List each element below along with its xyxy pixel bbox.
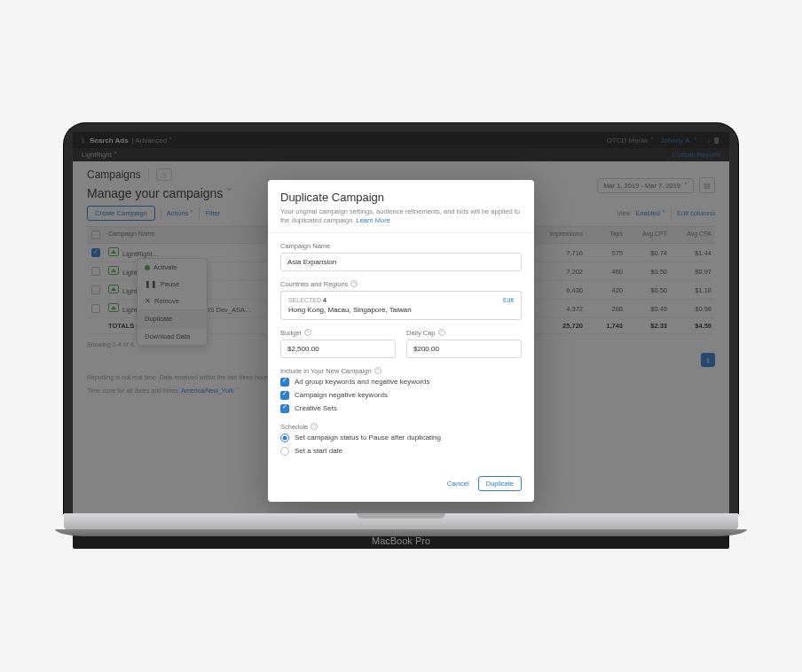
divider: | [708, 137, 710, 145]
chevron-down-icon: ˅ [169, 137, 172, 145]
section-title: Campaigns [87, 168, 141, 181]
chevron-down-icon[interactable]: ˅ [226, 186, 232, 200]
help-icon[interactable]: ? [374, 367, 381, 374]
breadcrumb-bar: LightRight ˅ Custom Reports [73, 148, 729, 161]
actions-dropdown[interactable]: Actions ˅ [167, 209, 194, 217]
select-all-checkbox[interactable] [91, 231, 100, 239]
custom-reports-link[interactable]: Custom Reports [672, 151, 720, 159]
view-enabled-dropdown[interactable]: Enabled ˅ [635, 209, 665, 217]
apple-logo-icon:  [82, 137, 84, 145]
campaign-status-icon [108, 303, 119, 312]
budget-input[interactable] [280, 340, 396, 358]
column-impressions[interactable]: Impressions [538, 227, 586, 243]
schedule-option[interactable]: Set a start date [280, 447, 522, 456]
actions-menu: Activate ❚❚Pause ✕Remove Duplicate Downl… [137, 258, 208, 346]
product-name: Search Ads [90, 137, 129, 145]
column-cpa[interactable]: Avg CPA [671, 227, 715, 243]
schedule-option[interactable]: Set campaign status to Pause after dupli… [280, 434, 522, 442]
include-label: Include in Your New Campaign? [280, 367, 522, 375]
active-dot-icon [145, 265, 150, 270]
create-campaign-button[interactable]: Create Campaign [87, 206, 155, 221]
trash-icon[interactable]: 🗑 [713, 137, 720, 145]
modal-description: Your original campaign settings, audienc… [280, 207, 522, 225]
row-checkbox[interactable] [91, 267, 100, 276]
menu-remove[interactable]: ✕Remove [138, 293, 207, 309]
global-header:  Search Ads | Advanced ˅ OTCD Media ˅ J… [73, 132, 729, 148]
include-option[interactable]: Ad group keywords and negative keywords [280, 378, 522, 387]
budget-label: Budget? [280, 329, 396, 337]
regions-box[interactable]: SELECTED 4 Edit Hong Kong, Macau, Singap… [280, 291, 522, 320]
app-screen:  Search Ads | Advanced ˅ OTCD Media ˅ J… [73, 132, 729, 513]
campaign-name-input[interactable] [280, 253, 522, 271]
column-cpt[interactable]: Avg CPT [626, 227, 671, 243]
app-selector[interactable]: LightRight ˅ [82, 151, 117, 159]
date-range-picker[interactable]: Mar 1, 2019 - Mar 7, 2019˅ [597, 178, 694, 193]
campaign-name-label: Campaign Name [280, 242, 522, 250]
menu-download[interactable]: Download Data [138, 327, 207, 345]
menu-duplicate[interactable]: Duplicate [138, 309, 207, 327]
checkbox-icon[interactable] [280, 378, 289, 387]
row-checkbox[interactable] [91, 285, 100, 294]
radio-icon[interactable] [280, 447, 289, 456]
regions-list: Hong Kong, Macau, Singapore, Taiwan [288, 306, 514, 314]
regions-label: Countries and Regions? [280, 280, 522, 288]
schedule-label: Schedule? [280, 423, 522, 431]
help-icon[interactable]: ? [438, 329, 445, 336]
learn-more-link[interactable]: Learn More [356, 216, 389, 224]
duplicate-campaign-modal: Duplicate Campaign Your original campaig… [268, 180, 534, 502]
history-icon[interactable]: ◷ [156, 168, 172, 181]
help-icon[interactable]: ? [350, 280, 358, 287]
campaign-status-icon [108, 247, 119, 256]
view-label: View [617, 210, 630, 216]
edit-columns-link[interactable]: Edit columns [677, 209, 715, 217]
pause-icon: ❚❚ [145, 280, 157, 288]
daily-cap-input[interactable] [406, 340, 522, 358]
checkbox-icon[interactable] [280, 391, 289, 400]
help-icon[interactable]: ? [304, 329, 311, 336]
edit-regions-link[interactable]: Edit [503, 297, 514, 303]
menu-pause[interactable]: ❚❚Pause [138, 276, 207, 293]
help-icon[interactable]: ? [311, 423, 318, 430]
radio-icon[interactable] [280, 434, 289, 442]
row-checkbox[interactable] [91, 248, 100, 257]
laptop-base [64, 513, 738, 529]
campaign-status-icon [108, 266, 119, 275]
duplicate-button[interactable]: Duplicate [478, 476, 522, 491]
daily-cap-label: Daily Cap? [406, 329, 522, 337]
chart-toggle-icon[interactable]: ▤ [699, 177, 715, 193]
include-option[interactable]: Creative Sets [280, 404, 522, 413]
filter-button[interactable]: Filter [205, 209, 220, 217]
chevron-down-icon: ˅ [684, 182, 688, 190]
campaign-status-icon [108, 285, 119, 293]
remove-icon: ✕ [145, 297, 151, 305]
page-button[interactable]: 1 [701, 353, 715, 367]
checkbox-icon[interactable] [280, 404, 289, 413]
product-tier: | Advanced ˅ [132, 137, 173, 145]
org-name: OTCD Media ˅ [607, 137, 654, 145]
laptop-frame:  Search Ads | Advanced ˅ OTCD Media ˅ J… [64, 123, 738, 549]
selected-label: SELECTED 4 [288, 297, 326, 303]
timezone-link[interactable]: America/New_York [181, 387, 233, 394]
column-taps[interactable]: Taps [586, 227, 626, 243]
user-menu[interactable]: Johnny A. ˅ [661, 137, 697, 145]
include-option[interactable]: Campaign negative keywords [280, 391, 522, 400]
modal-title: Duplicate Campaign [280, 191, 522, 204]
cancel-button[interactable]: Cancel [447, 480, 469, 488]
laptop-bezel:  Search Ads | Advanced ˅ OTCD Media ˅ J… [64, 123, 738, 513]
row-checkbox[interactable] [91, 304, 100, 313]
menu-activate[interactable]: Activate [138, 259, 207, 276]
